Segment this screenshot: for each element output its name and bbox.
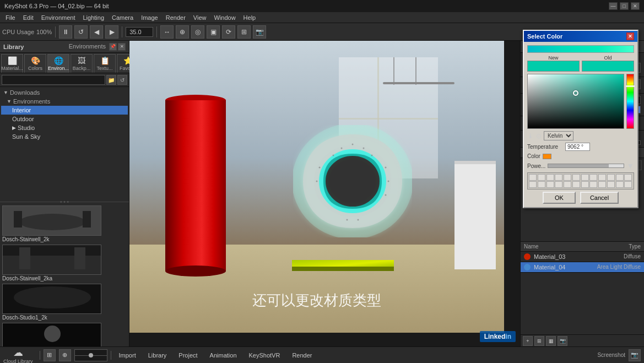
sc-23[interactable] — [616, 181, 624, 188]
tab-library[interactable]: Library — [144, 351, 171, 360]
search-refresh-button[interactable]: ↺ — [117, 75, 127, 85]
menu-render[interactable]: Render — [163, 13, 189, 22]
tree-environments[interactable]: ▼ Environments — [1, 97, 128, 106]
mat-header-name: Name — [524, 243, 591, 250]
menu-environment[interactable]: Environment — [38, 13, 79, 22]
mat-btn-4[interactable]: 📷 — [558, 336, 567, 346]
ok-button[interactable]: OK — [543, 192, 576, 204]
close-panel-button[interactable]: ✕ — [118, 43, 126, 51]
screenshot-button[interactable]: 📷 — [629, 349, 641, 361]
thumb-studio1-2k[interactable]: Dosch-Studio1_2k — [2, 284, 127, 321]
svg-point-35 — [319, 167, 321, 169]
hue-strip[interactable] — [626, 74, 634, 129]
mat-btn-2[interactable]: ⊞ — [534, 336, 544, 346]
sc-1[interactable] — [529, 174, 537, 181]
tree-item-interior[interactable]: Interior — [1, 106, 128, 115]
sc-13[interactable] — [529, 181, 537, 188]
close-button[interactable]: ✕ — [631, 2, 640, 10]
thumb-stairwell-2ka[interactable]: Dosch-Stairwell_2ka — [2, 245, 127, 281]
menu-edit[interactable]: Edit — [20, 13, 37, 22]
sc-15[interactable] — [546, 181, 554, 188]
sc-19[interactable] — [581, 181, 589, 188]
tab-environments[interactable]: 🌐 Environ... — [47, 54, 69, 73]
sc-20[interactable] — [589, 181, 597, 188]
tool-1[interactable]: ↔ — [160, 25, 174, 39]
mat-btn-1[interactable]: + — [523, 336, 533, 346]
tree-item-sun-sky[interactable]: Sun & Sky — [1, 132, 128, 141]
sc-16[interactable] — [555, 181, 562, 188]
menu-window[interactable]: Window — [210, 13, 239, 22]
sc-6[interactable] — [572, 174, 580, 181]
tool-5[interactable]: ⟳ — [222, 25, 235, 39]
tab-backplates[interactable]: 🖼 Backp... — [71, 54, 93, 73]
svg-point-11 — [44, 326, 61, 342]
tab-animation[interactable]: Animation — [205, 351, 241, 360]
tab-textures[interactable]: 📋 Textu... — [94, 54, 116, 73]
zoom-input[interactable]: 35.0 — [126, 27, 153, 37]
menu-lighting[interactable]: Lighting — [79, 13, 107, 22]
menu-camera[interactable]: Camera — [109, 13, 137, 22]
tab-render[interactable]: Render — [288, 351, 316, 360]
sc-18[interactable] — [572, 181, 580, 188]
sc-12[interactable] — [624, 174, 632, 181]
mat-btn-3[interactable]: ▦ — [546, 336, 556, 346]
bottom-btn-slider[interactable] — [74, 349, 107, 361]
prev-button[interactable]: ◀ — [90, 25, 103, 39]
svg-point-33 — [388, 181, 389, 182]
tool-4[interactable]: ▣ — [207, 25, 220, 39]
cancel-button[interactable]: Cancel — [580, 192, 619, 204]
sc-3[interactable] — [546, 174, 554, 181]
sc-8[interactable] — [589, 174, 597, 181]
dialog-close-button[interactable]: ✕ — [626, 32, 634, 40]
tree-item-outdoor[interactable]: Outdoor — [1, 115, 128, 123]
menu-view[interactable]: View — [190, 13, 210, 22]
dock-button[interactable]: 📌 — [109, 43, 117, 51]
tool-3[interactable]: ◎ — [191, 25, 204, 39]
tool-6[interactable]: ⊞ — [237, 25, 251, 39]
sc-21[interactable] — [598, 181, 606, 188]
sc-9[interactable] — [598, 174, 606, 181]
bottom-btn-2[interactable]: ⊕ — [59, 349, 71, 361]
menu-file[interactable]: File — [2, 13, 19, 22]
sc-17[interactable] — [564, 181, 571, 188]
tree-item-studio[interactable]: ▶Studio — [1, 123, 128, 132]
sc-7[interactable] — [581, 174, 589, 181]
sc-10[interactable] — [607, 174, 615, 181]
app-title: KeyShot 6.3 Pro — 04_02.bip — 64 bit — [4, 3, 109, 9]
sc-4[interactable] — [555, 174, 562, 181]
next-button[interactable]: ▶ — [105, 25, 118, 39]
cloud-library-button[interactable]: ☁ Cloud Library — [3, 346, 33, 364]
dialog-titlebar: Select Color ✕ — [524, 31, 637, 42]
kelvin-dropdown[interactable]: Kelvin — [544, 131, 573, 140]
mat-row-material03[interactable]: Material_03 Diffuse — [521, 252, 644, 262]
pause-button[interactable]: ⏸ — [59, 25, 72, 39]
minimize-button[interactable]: — — [609, 2, 618, 10]
tab-materials[interactable]: ⬜ Material... — [1, 54, 23, 73]
search-folder-button[interactable]: 📁 — [106, 75, 116, 85]
sc-24[interactable] — [624, 181, 632, 188]
mat-row-material04[interactable]: Material_04 Area Light Diffuse — [521, 262, 644, 273]
thumb-stairwell-2k[interactable]: Dosch-Stairwell_2k — [2, 205, 127, 242]
tool-2[interactable]: ⊕ — [176, 25, 189, 39]
menu-help[interactable]: Help — [240, 13, 259, 22]
color-gradient-box[interactable] — [527, 74, 624, 129]
sc-5[interactable] — [564, 174, 571, 181]
bottom-btn-1[interactable]: ⊞ — [44, 349, 56, 361]
dialog-power-bar[interactable] — [548, 164, 624, 168]
sc-14[interactable] — [538, 181, 545, 188]
menu-image[interactable]: Image — [138, 13, 161, 22]
maximize-button[interactable]: □ — [620, 2, 629, 10]
search-input[interactable] — [2, 75, 105, 85]
sc-11[interactable] — [616, 174, 624, 181]
thumb-studio2-2k[interactable]: Dosch-Studio2_2k — [2, 323, 127, 346]
svg-point-28 — [352, 144, 354, 145]
sc-2[interactable] — [538, 174, 545, 181]
tab-import[interactable]: Import — [115, 351, 140, 360]
tab-project[interactable]: Project — [174, 351, 202, 360]
tool-7[interactable]: 📷 — [253, 25, 266, 39]
sc-22[interactable] — [607, 181, 615, 188]
tab-colors[interactable]: 🎨 Colors — [24, 54, 46, 73]
reload-button[interactable]: ↺ — [74, 25, 88, 39]
linkedin-badge: Linkedin — [480, 331, 516, 342]
tab-keyshotvr[interactable]: KeyShotVR — [245, 351, 285, 360]
